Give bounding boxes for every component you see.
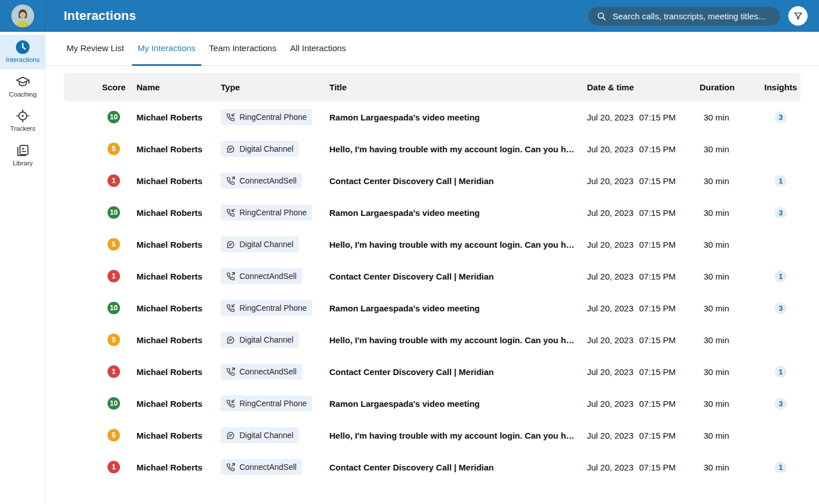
table-row[interactable]: 5 Michael Roberts Digital Channel Hello,… <box>64 228 801 260</box>
interaction-name: Michael Roberts <box>136 144 221 154</box>
tab-my-interactions[interactable]: My Interactions <box>132 32 201 66</box>
interaction-name: Michael Roberts <box>136 240 221 249</box>
interactions-table: Score Name Type Title Date & time Durati… <box>64 73 801 483</box>
table-row[interactable]: 10 Michael Roberts RingCentral Phone Ram… <box>64 197 801 228</box>
duration-value: 30 min <box>700 240 760 249</box>
avatar-image <box>11 5 34 27</box>
phone-incoming-icon <box>226 209 235 217</box>
column-header-date-time: Date & time <box>587 82 700 92</box>
insights-badge[interactable]: 3 <box>775 398 787 410</box>
interaction-title: Ramon Largaespada's video meeting <box>329 303 587 313</box>
type-chip: Digital Channel <box>221 141 299 157</box>
sidebar-item-label: Coaching <box>9 91 37 98</box>
type-chip-label: RingCentral Phone <box>239 303 307 313</box>
phone-incoming-icon <box>226 399 235 408</box>
avatar[interactable] <box>11 5 34 27</box>
table-row[interactable]: 10 Michael Roberts RingCentral Phone Ram… <box>64 292 801 324</box>
type-chip: ConnectAndSell <box>221 459 302 475</box>
chat-bubble-icon <box>226 240 235 249</box>
tab-team-interactions[interactable]: Team Interactions <box>204 32 282 66</box>
column-header-insights: Insights <box>764 82 797 92</box>
time-value: 07:15 PM <box>639 431 676 440</box>
interaction-name: Michael Roberts <box>136 176 221 186</box>
table-row[interactable]: 5 Michael Roberts Digital Channel Hello,… <box>64 324 801 356</box>
type-chip-label: Digital Channel <box>239 431 293 440</box>
table-row[interactable]: 10 Michael Roberts RingCentral Phone Ram… <box>64 101 801 133</box>
type-chip: RingCentral Phone <box>221 205 312 220</box>
type-chip-label: RingCentral Phone <box>239 113 307 122</box>
type-chip-label: Digital Channel <box>239 144 293 153</box>
tab-bar: My Review List My Interactions Team Inte… <box>46 32 819 66</box>
sidebar-item-label: Library <box>13 160 32 167</box>
column-header-name: Name <box>136 82 221 92</box>
insights-badge[interactable]: 3 <box>775 207 787 219</box>
phone-outgoing-icon <box>226 368 235 376</box>
insights-badge[interactable]: 3 <box>775 302 787 314</box>
insights-badge[interactable]: 3 <box>775 111 787 123</box>
duration-value: 30 min <box>700 399 760 409</box>
table-row[interactable]: 1 Michael Roberts ConnectAndSell Contact… <box>64 260 801 292</box>
clock-icon <box>15 40 30 55</box>
time-value: 07:15 PM <box>639 399 676 409</box>
duration-value: 30 min <box>700 272 760 281</box>
interaction-name: Michael Roberts <box>136 335 221 345</box>
type-chip-label: ConnectAndSell <box>239 367 296 376</box>
graduation-cap-icon <box>15 74 30 89</box>
date-value: Jul 20, 2023 <box>587 367 634 377</box>
insights-badge[interactable]: 1 <box>775 461 787 473</box>
date-value: Jul 20, 2023 <box>587 303 634 313</box>
chat-bubble-icon <box>226 431 235 440</box>
time-value: 07:15 PM <box>639 335 676 345</box>
score-badge: 1 <box>107 270 120 282</box>
table-row[interactable]: 1 Michael Roberts ConnectAndSell Contact… <box>64 356 801 388</box>
score-badge: 5 <box>107 429 120 441</box>
insights-badge[interactable]: 1 <box>775 366 787 378</box>
insights-badge[interactable]: 1 <box>775 270 787 282</box>
score-badge: 5 <box>107 334 120 346</box>
interaction-name: Michael Roberts <box>136 431 221 440</box>
table-row[interactable]: 5 Michael Roberts Digital Channel Hello,… <box>64 133 801 165</box>
insights-badge[interactable]: 1 <box>775 175 787 187</box>
score-badge: 10 <box>107 397 120 410</box>
type-chip-label: Digital Channel <box>239 240 293 249</box>
duration-value: 30 min <box>700 431 760 440</box>
type-chip-label: ConnectAndSell <box>239 272 296 281</box>
filter-button[interactable] <box>788 6 808 26</box>
table-row[interactable]: 10 Michael Roberts RingCentral Phone Ram… <box>64 388 801 419</box>
sidebar-item-coaching[interactable]: Coaching <box>0 69 46 104</box>
date-time-cell: Jul 20, 202307:15 PM <box>587 399 700 409</box>
date-value: Jul 20, 2023 <box>587 144 634 154</box>
interaction-title: Hello, I'm having trouble with my accoun… <box>329 431 587 440</box>
date-time-cell: Jul 20, 202307:15 PM <box>587 303 700 313</box>
date-time-cell: Jul 20, 202307:15 PM <box>587 208 700 218</box>
time-value: 07:15 PM <box>639 463 676 472</box>
time-value: 07:15 PM <box>639 303 676 313</box>
phone-incoming-icon <box>226 304 235 313</box>
table-row[interactable]: 5 Michael Roberts Digital Channel Hello,… <box>64 419 801 451</box>
table-row[interactable]: 1 Michael Roberts ConnectAndSell Contact… <box>64 451 801 483</box>
table-row[interactable]: 1 Michael Roberts ConnectAndSell Contact… <box>64 165 801 197</box>
date-time-cell: Jul 20, 202307:15 PM <box>587 176 700 186</box>
tab-my-review-list[interactable]: My Review List <box>61 32 130 66</box>
duration-value: 30 min <box>700 176 760 186</box>
interaction-name: Michael Roberts <box>136 463 221 472</box>
main-content: My Review List My Interactions Team Inte… <box>46 32 819 504</box>
interaction-title: Ramon Largaespada's video meeting <box>329 113 587 122</box>
date-value: Jul 20, 2023 <box>587 335 634 345</box>
sidebar-item-trackers[interactable]: Trackers <box>0 103 46 138</box>
duration-value: 30 min <box>700 367 760 377</box>
type-chip: ConnectAndSell <box>221 268 302 284</box>
search-input[interactable] <box>611 11 772 22</box>
interaction-title: Hello, I'm having trouble with my accoun… <box>329 335 587 345</box>
topbar: Interactions <box>0 0 819 32</box>
page-title: Interactions <box>64 9 136 23</box>
phone-outgoing-icon <box>226 272 235 281</box>
time-value: 07:15 PM <box>639 272 676 281</box>
interaction-name: Michael Roberts <box>136 113 221 122</box>
sidebar-item-library[interactable]: Library <box>0 138 46 173</box>
date-value: Jul 20, 2023 <box>587 399 634 409</box>
tab-all-interactions[interactable]: All Interactions <box>284 32 351 66</box>
interaction-title: Contact Center Discovery Call | Meridian <box>329 463 587 472</box>
sidebar-item-interactions[interactable]: Interactions <box>0 35 46 69</box>
search-bar[interactable] <box>588 7 780 26</box>
